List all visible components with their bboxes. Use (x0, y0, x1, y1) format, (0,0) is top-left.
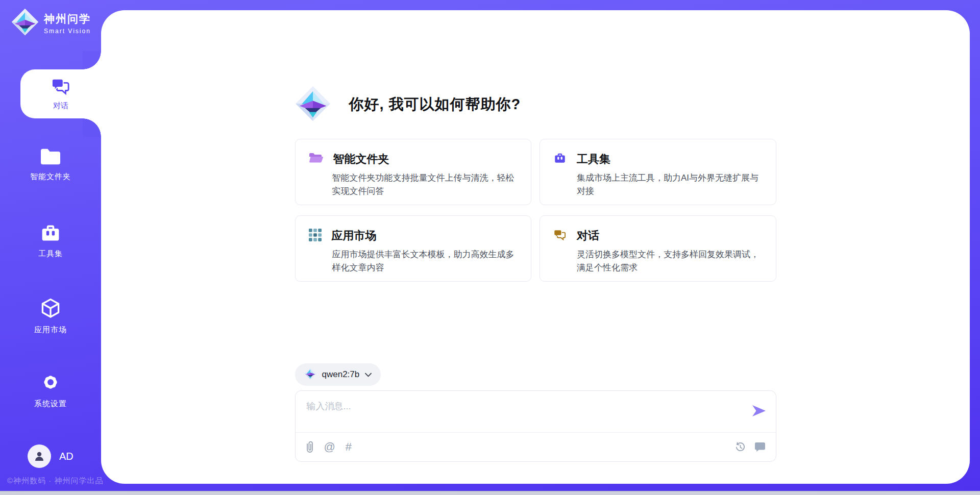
window-bottom-edge (0, 491, 980, 495)
mention-icon[interactable]: @ (324, 441, 335, 453)
paperclip-icon[interactable] (306, 441, 314, 453)
chat-icon (553, 229, 567, 243)
card-chat[interactable]: 对话 灵活切换多模型文件，支持多样回复效果调试，满足个性化需求 (540, 215, 776, 282)
sidebar-item-label: 对话 (53, 101, 68, 111)
user-avatar-icon (28, 444, 51, 468)
card-description: 智能文件夹功能支持批量文件上传与清洗，轻松实现文件问答 (332, 171, 518, 197)
user-account[interactable]: AD (28, 444, 74, 468)
sidebar-item-settings[interactable]: 系统设置 (0, 371, 101, 409)
card-title: 对话 (577, 228, 599, 243)
brand: 神州问学 Smart Vision (0, 0, 101, 38)
sidebar-item-smart-folder[interactable]: 智能文件夹 (0, 147, 101, 182)
card-description: 集成市场上主流工具，助力AI与外界无缝扩展与对接 (577, 171, 763, 197)
card-app-market[interactable]: 应用市场 应用市场提供丰富长文本模板，助力高效生成多样化文章内容 (295, 215, 532, 282)
sidebar-item-label: 工具集 (0, 249, 101, 259)
chat-icon (51, 77, 70, 97)
card-smart-folder[interactable]: 智能文件夹 智能文件夹功能支持批量文件上传与清洗，轻松实现文件问答 (295, 139, 532, 205)
card-title: 工具集 (577, 152, 610, 167)
cube-icon (0, 297, 101, 319)
grid-icon (309, 229, 322, 243)
user-name: AD (59, 451, 74, 462)
card-toolset[interactable]: 工具集 集成市场上主流工具，助力AI与外界无缝扩展与对接 (540, 139, 776, 205)
brand-name: 神州问学 (44, 12, 91, 26)
brand-diamond-logo-icon (295, 86, 331, 123)
model-name: qwen2:7b (322, 369, 360, 380)
brand-diamond-logo-icon (11, 8, 39, 38)
main-panel: 你好, 我可以如何帮助你? 智能文件夹 智能文件夹功能支持批量文件上传与清洗，轻… (101, 10, 970, 484)
sidebar: 神州问学 Smart Vision 对话 智能文件夹 (0, 0, 101, 491)
hash-icon[interactable]: # (346, 441, 352, 453)
message-input[interactable] (296, 391, 776, 433)
sidebar-item-chat[interactable]: 对话 (20, 69, 101, 118)
app-window: 你好, 我可以如何帮助你? 智能文件夹 智能文件夹功能支持批量文件上传与清洗，轻… (0, 0, 980, 491)
toolbox-icon (0, 223, 101, 243)
sidebar-item-label: 应用市场 (0, 325, 101, 335)
history-icon[interactable] (734, 441, 746, 453)
brand-subtitle: Smart Vision (44, 28, 91, 35)
composer-toolbar: @ # (296, 433, 776, 461)
toolbox-icon (553, 152, 567, 166)
card-title: 应用市场 (332, 228, 377, 243)
model-selector[interactable]: qwen2:7b (295, 363, 381, 386)
comment-icon[interactable] (754, 442, 766, 452)
card-description: 应用市场提供丰富长文本模板，助力高效生成多样化文章内容 (332, 248, 518, 274)
model-diamond-logo-icon (304, 367, 316, 382)
sidebar-item-label: 智能文件夹 (0, 172, 101, 182)
sidebar-item-toolset[interactable]: 工具集 (0, 223, 101, 259)
card-description: 灵活切换多模型文件，支持多样回复效果调试，满足个性化需求 (577, 248, 763, 274)
gear-icon (0, 371, 101, 393)
greeting-title: 你好, 我可以如何帮助你? (349, 94, 521, 115)
card-title: 智能文件夹 (333, 152, 389, 167)
message-composer: @ # (295, 390, 776, 462)
feature-cards: 智能文件夹 智能文件夹功能支持批量文件上传与清洗，轻松实现文件问答 (295, 139, 776, 282)
welcome-header: 你好, 我可以如何帮助你? (295, 86, 776, 123)
chevron-down-icon (365, 370, 372, 379)
sidebar-item-app-market[interactable]: 应用市场 (0, 297, 101, 335)
folder-icon (0, 147, 101, 166)
folder-icon (309, 152, 323, 166)
chat-home-content: 你好, 我可以如何帮助你? 智能文件夹 智能文件夹功能支持批量文件上传与清洗，轻… (295, 10, 776, 462)
send-icon[interactable] (752, 405, 766, 416)
sidebar-footer: ©神州数码 · 神州问学出品 (7, 476, 103, 486)
sidebar-item-label: 系统设置 (0, 399, 101, 409)
